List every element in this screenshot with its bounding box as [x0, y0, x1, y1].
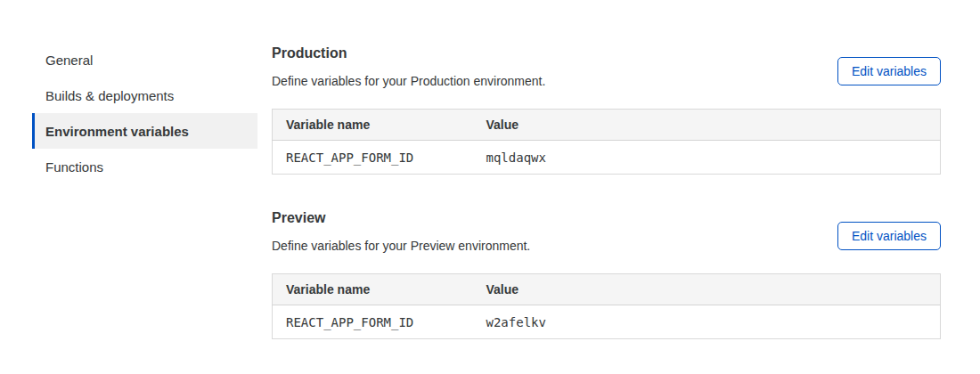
- edit-variables-button-production[interactable]: Edit variables: [837, 57, 941, 85]
- column-header-variable-name: Variable name: [273, 110, 473, 141]
- variable-value-cell: mqldaqwx: [473, 141, 941, 175]
- sidebar-item-environment-variables[interactable]: Environment variables: [32, 113, 257, 149]
- sidebar-item-builds-deployments[interactable]: Builds & deployments: [32, 77, 257, 113]
- preview-variables-table: Variable name Value REACT_APP_FORM_ID w2…: [272, 273, 941, 339]
- settings-sidebar: General Builds & deployments Environment…: [32, 42, 257, 184]
- column-header-value: Value: [473, 274, 941, 305]
- column-header-variable-name: Variable name: [273, 274, 473, 305]
- production-variables-table: Variable name Value REACT_APP_FORM_ID mq…: [272, 109, 941, 175]
- table-row: REACT_APP_FORM_ID mqldaqwx: [273, 141, 941, 175]
- production-section: Production Define variables for your Pro…: [272, 44, 941, 175]
- preview-table-header-row: Variable name Value: [273, 274, 941, 305]
- sidebar-item-general[interactable]: General: [32, 42, 257, 77]
- production-table-header-row: Variable name Value: [273, 110, 941, 141]
- edit-variables-button-preview[interactable]: Edit variables: [837, 222, 941, 250]
- sidebar-item-functions[interactable]: Functions: [32, 149, 257, 184]
- variable-name-cell: REACT_APP_FORM_ID: [273, 305, 473, 339]
- preview-section: Preview Define variables for your Previe…: [272, 208, 941, 339]
- variable-name-cell: REACT_APP_FORM_ID: [273, 141, 473, 175]
- main-content: Production Define variables for your Pro…: [272, 44, 941, 339]
- variable-value-cell: w2afelkv: [473, 305, 941, 339]
- table-row: REACT_APP_FORM_ID w2afelkv: [273, 305, 941, 339]
- environment-variables-page: General Builds & deployments Environment…: [0, 0, 980, 374]
- column-header-value: Value: [473, 110, 941, 141]
